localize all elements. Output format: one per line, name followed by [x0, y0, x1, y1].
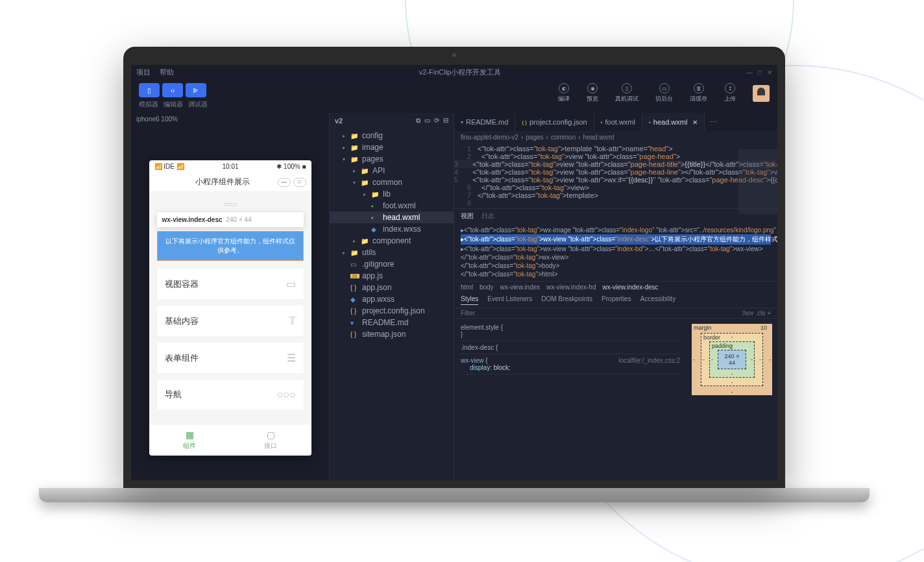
- nav-close-button[interactable]: ⊙: [293, 178, 306, 187]
- tree-item-API[interactable]: ▸📁API: [330, 165, 454, 177]
- toolbar-editor-button[interactable]: ‹›: [162, 83, 183, 97]
- dom-path-segment[interactable]: html: [461, 284, 473, 291]
- tree-item-lib[interactable]: ▸📁lib: [330, 188, 454, 200]
- breadcrumb-segment[interactable]: head.wxml: [583, 134, 614, 141]
- box-model-content: 240 × 44: [718, 350, 746, 369]
- nav-title: 小程序组件展示: [167, 177, 278, 188]
- new-file-icon[interactable]: ⧉: [416, 117, 420, 125]
- tab-close-icon[interactable]: ✕: [692, 119, 698, 126]
- api-icon: ▢: [230, 430, 311, 440]
- dom-path-segment[interactable]: body: [480, 284, 494, 291]
- action-clear-cache[interactable]: 🗑清缓存: [690, 83, 707, 103]
- devtools-subtab[interactable]: Event Listeners: [487, 295, 532, 305]
- dom-path-segment[interactable]: wx-view.index-hd: [546, 284, 596, 291]
- devtools-subtab[interactable]: DOM Breakpoints: [541, 295, 592, 305]
- breadcrumb-segment[interactable]: fino-applet-demo-v2: [461, 134, 518, 141]
- inspect-tooltip: wx-view.index-desc240 × 44: [157, 212, 304, 227]
- highlighted-element[interactable]: 以下将展示小程序官方组件能力，组件样式仅供参考。: [157, 231, 304, 261]
- devtools-subtab[interactable]: Accessibility: [640, 295, 675, 305]
- menu-help[interactable]: 帮助: [160, 67, 174, 77]
- editor-tab[interactable]: { }project.config.json: [515, 113, 594, 131]
- titlebar: 项目 帮助 v2-FinClip小程序开发工具 — □ ✕: [131, 65, 777, 79]
- laptop-frame: 项目 帮助 v2-FinClip小程序开发工具 — □ ✕ ▯ ‹› ⫸: [123, 47, 785, 502]
- menu-project[interactable]: 项目: [136, 67, 151, 77]
- breadcrumb-segment[interactable]: pages: [526, 134, 543, 141]
- window-maximize[interactable]: □: [758, 69, 762, 76]
- tree-item-.gitignore[interactable]: ▭.gitignore: [330, 258, 454, 270]
- action-remote-debug[interactable]: ▯真机调试: [615, 83, 638, 103]
- editor-tab[interactable]: ▪head.wxml✕: [642, 113, 705, 131]
- device-nav-bar: 小程序组件展示 ••• ⊙: [149, 173, 311, 192]
- tree-item-app.wxss[interactable]: ◆app.wxss: [330, 293, 454, 305]
- toolbar: ▯ ‹› ⫸ 模拟器 编辑器 调试器 ◐编译 ◉预览 ▯真机调试 ▭切后台 �: [131, 79, 777, 113]
- card-nav[interactable]: 导航○○○: [157, 380, 304, 409]
- tabs-more-icon[interactable]: ⋯: [705, 113, 722, 131]
- user-avatar[interactable]: [753, 85, 770, 102]
- devtools-subtabs: StylesEvent ListenersDOM BreakpointsProp…: [454, 293, 777, 308]
- collapse-icon[interactable]: ⊟: [443, 117, 448, 125]
- nav-menu-button[interactable]: •••: [278, 178, 291, 187]
- tree-item-index.wxss[interactable]: ◆index.wxss: [330, 223, 454, 235]
- tree-item-README.md[interactable]: ▾README.md: [330, 317, 454, 328]
- tree-item-pages[interactable]: ▾📁pages: [330, 153, 454, 165]
- dom-path-segment[interactable]: wx-view.index-desc: [602, 284, 658, 291]
- card-view-container[interactable]: 视图容器▭: [157, 269, 304, 299]
- styles-filter-input[interactable]: Filter: [461, 310, 475, 317]
- device-status-bar: 📶 IDE 📶 10:01 ✱ 100% ■: [149, 160, 311, 173]
- action-compile[interactable]: ◐编译: [558, 83, 570, 103]
- window-close[interactable]: ✕: [767, 69, 772, 76]
- devtools-tab-view[interactable]: 视图: [461, 212, 474, 221]
- project-root[interactable]: v2: [335, 117, 343, 125]
- editor-tab[interactable]: ▾README.md: [454, 113, 515, 131]
- ide-window: 项目 帮助 v2-FinClip小程序开发工具 — □ ✕ ▯ ‹› ⫸: [131, 65, 777, 480]
- tabbar-api[interactable]: ▢接口: [230, 424, 311, 456]
- tree-item-project.config.json[interactable]: { }project.config.json: [330, 305, 454, 317]
- card-icon: 𝕋: [289, 315, 296, 327]
- tree-item-utils[interactable]: ▸📁utils: [330, 247, 454, 258]
- devtools: 视图 日志 ▸<"tok-attr">class="tok-tag">wx-im…: [454, 208, 777, 422]
- tree-item-head.wxml[interactable]: ▪head.wxml: [330, 212, 454, 223]
- devtools-tab-log[interactable]: 日志: [481, 212, 494, 221]
- tree-item-app.json[interactable]: { }app.json: [330, 282, 454, 293]
- minimap[interactable]: [738, 149, 777, 214]
- devtools-subtab[interactable]: Properties: [602, 295, 631, 305]
- code-editor[interactable]: 1<"tok-attr">class="tok-tag">template "t…: [454, 143, 777, 208]
- window-minimize[interactable]: —: [746, 69, 753, 76]
- tree-item-image[interactable]: ▸📁image: [330, 141, 454, 153]
- editor-tab[interactable]: ▪foot.wxml: [594, 113, 642, 131]
- laptop-camera: [452, 53, 456, 57]
- tree-item-common[interactable]: ▾📁common: [330, 177, 454, 188]
- styles-panel[interactable]: element.style {}.index-desc {</span></di…: [454, 319, 687, 400]
- dom-breadcrumb[interactable]: htmlbodywx-view.indexwx-view.index-hdwx-…: [454, 281, 777, 293]
- toolbar-label: 模拟器: [139, 100, 158, 109]
- devtools-subtab[interactable]: Styles: [461, 295, 478, 305]
- toolbar-simulator-button[interactable]: ▯: [139, 83, 160, 97]
- file-explorer: v2 ⧉ ▭ ⟳ ⊟ ▸📁config▸📁image▾📁pages▸📁API▾📁…: [330, 113, 454, 480]
- tree-item-foot.wxml[interactable]: ▪foot.wxml: [330, 200, 454, 212]
- toolbar-label: 调试器: [188, 100, 208, 109]
- action-preview[interactable]: ◉预览: [587, 83, 598, 103]
- styles-filter-controls[interactable]: :hov .cls +: [742, 310, 771, 317]
- dom-tree[interactable]: ▸<"tok-attr">class="tok-tag">wx-image "t…: [454, 223, 777, 281]
- tabbar-components[interactable]: ▦组件: [149, 424, 230, 456]
- editor-tabs: ▾README.md{ }project.config.json▪foot.wx…: [454, 113, 777, 131]
- tree-item-sitemap.json[interactable]: { }sitemap.json: [330, 328, 454, 340]
- toolbar-label: 编辑器: [164, 100, 183, 109]
- new-folder-icon[interactable]: ▭: [424, 117, 430, 125]
- tree-item-app.js[interactable]: JSapp.js: [330, 270, 454, 282]
- refresh-icon[interactable]: ⟳: [434, 117, 439, 125]
- action-background[interactable]: ▭切后台: [655, 83, 673, 103]
- action-upload[interactable]: ↥上传: [724, 83, 736, 103]
- breadcrumb-segment[interactable]: common: [551, 134, 576, 141]
- file-tree: ▸📁config▸📁image▾📁pages▸📁API▾📁common▸📁lib…: [330, 128, 454, 341]
- editor-area: ▾README.md{ }project.config.json▪foot.wx…: [454, 113, 777, 480]
- tree-item-config[interactable]: ▸📁config: [330, 130, 454, 141]
- logo-placeholder: ▭▭: [157, 200, 304, 208]
- dom-path-segment[interactable]: wx-view.index: [500, 284, 541, 291]
- toolbar-debugger-button[interactable]: ⫸: [186, 83, 206, 97]
- card-form[interactable]: 表单组件☰: [157, 343, 304, 373]
- simulator-panel: iphone6 100% 📶 IDE 📶 10:01 ✱ 100% ■ 小程序组…: [131, 113, 330, 480]
- simulator-device-info[interactable]: iphone6 100%: [131, 113, 329, 125]
- card-basic-content[interactable]: 基础内容𝕋: [157, 306, 304, 336]
- tree-item-component[interactable]: ▸📁component: [330, 235, 454, 247]
